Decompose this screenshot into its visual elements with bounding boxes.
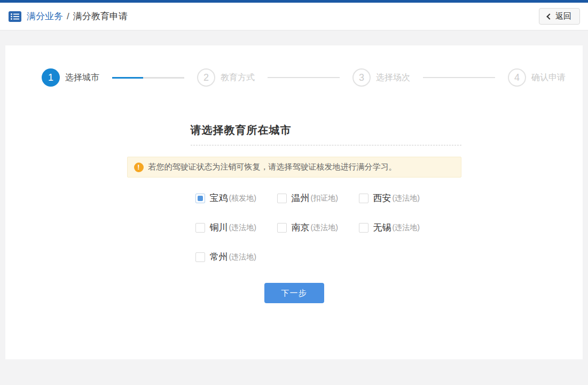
city-option-baoji[interactable]: 宝鸡 (核发地) [195,192,277,204]
step-4-label: 确认申请 [531,72,566,83]
notice-banner: 若您的驾驶证状态为注销可恢复，请选择驾驶证核发地进行满分学习。 [127,157,461,178]
step-connector-2 [268,77,340,78]
header: 满分业务 / 满分教育申请 返回 [0,3,588,30]
back-button[interactable]: 返回 [539,8,580,25]
city-tag: (违法地) [229,252,256,262]
city-tag: (违法地) [311,223,338,233]
step-3-select-session: 3 选择场次 [352,68,410,87]
notice-text: 若您的驾驶证状态为注销可恢复，请选择驾驶证核发地进行满分学习。 [148,162,397,172]
form-title-divider: 请选择教育所在城市 [191,123,461,145]
city-name: 铜川 [210,221,228,234]
form-title: 请选择教育所在城市 [191,124,292,136]
breadcrumb-section[interactable]: 满分业务 [27,10,63,22]
step-2-label: 教育方式 [221,72,255,83]
breadcrumb: 满分业务 / 满分教育申请 [8,10,128,22]
city-tag: (违法地) [393,194,420,203]
step-connector-3 [423,77,495,78]
city-name: 西安 [373,192,391,204]
city-tag: (核发地) [229,194,256,203]
city-name: 常州 [210,251,228,263]
step-1-number: 1 [42,68,60,87]
step-2-number: 2 [197,68,215,87]
city-name: 无锡 [373,221,391,234]
city-checkbox-grid: 宝鸡 (核发地) 温州 (扣证地) 西安 (违法地) 铜川 (违法地) [195,192,461,263]
step-3-label: 选择场次 [376,72,410,83]
chevron-left-icon [546,13,552,19]
breadcrumb-separator: / [67,11,69,22]
step-4-confirm: 4 确认申请 [508,68,566,87]
city-option-wenzhou[interactable]: 温州 (扣证地) [277,192,359,204]
page-body: 1 选择城市 2 教育方式 3 选择场次 4 确认申请 请选择教育所在城市 [0,45,588,385]
city-tag: (扣证地) [311,194,338,203]
city-option-xian[interactable]: 西安 (违法地) [359,192,441,204]
checkbox-icon[interactable] [359,194,369,203]
step-4-number: 4 [508,68,526,87]
step-indicator: 1 选择城市 2 教育方式 3 选择场次 4 确认申请 [5,45,583,87]
main-panel: 1 选择城市 2 教育方式 3 选择场次 4 确认申请 请选择教育所在城市 [5,45,583,359]
city-name: 宝鸡 [210,192,228,204]
checkbox-icon[interactable] [195,252,205,262]
warning-icon [134,163,144,172]
city-selection-form: 请选择教育所在城市 若您的驾驶证状态为注销可恢复，请选择驾驶证核发地进行满分学习… [127,123,461,303]
checkbox-icon[interactable] [359,223,369,233]
step-connector-1 [112,77,184,79]
step-2-education-mode: 2 教育方式 [197,68,255,87]
city-name: 温州 [292,192,310,204]
city-option-nanjing[interactable]: 南京 (违法地) [277,221,359,234]
next-step-button[interactable]: 下一步 [264,283,324,303]
step-1-select-city: 1 选择城市 [42,68,99,87]
step-1-label: 选择城市 [65,72,99,83]
city-tag: (违法地) [229,223,256,233]
breadcrumb-page-title: 满分教育申请 [73,10,128,22]
step-3-number: 3 [352,68,371,87]
list-icon [8,11,22,22]
checkbox-icon[interactable] [277,194,287,203]
city-name: 南京 [292,221,310,234]
city-option-tongchuan[interactable]: 铜川 (违法地) [195,221,277,234]
checkbox-icon[interactable] [277,223,287,233]
checkbox-icon[interactable] [195,194,205,203]
checkbox-icon[interactable] [195,223,205,233]
city-option-changzhou[interactable]: 常州 (违法地) [195,251,277,263]
city-option-wuxi[interactable]: 无锡 (违法地) [359,221,441,234]
back-button-label: 返回 [555,11,571,21]
city-tag: (违法地) [393,223,420,233]
